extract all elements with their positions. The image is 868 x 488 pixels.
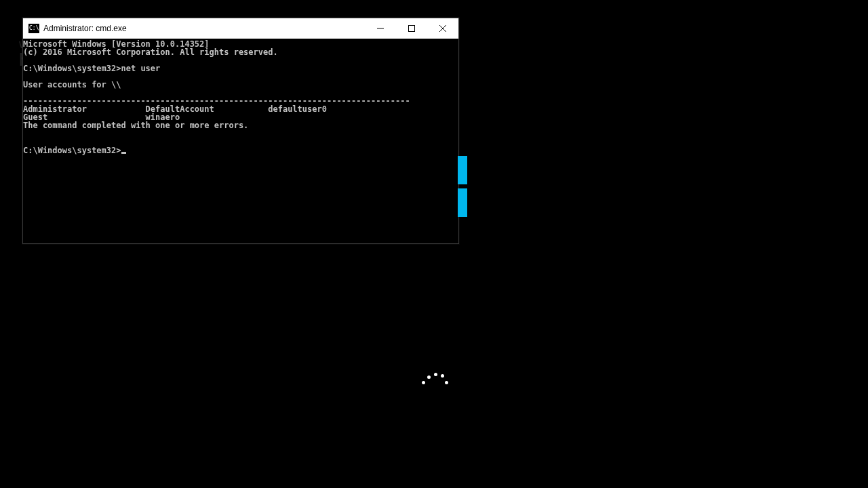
terminal-line	[23, 138, 458, 146]
close-button[interactable]	[427, 18, 458, 39]
terminal-line: C:\Windows\system32>net user	[23, 64, 458, 73]
terminal-line	[23, 129, 458, 138]
maximize-button[interactable]	[396, 18, 427, 39]
titlebar[interactable]: Administrator: cmd.exe	[23, 18, 458, 39]
cmd-icon	[28, 24, 39, 33]
loading-spinner	[420, 371, 449, 388]
spinner-dot	[427, 375, 431, 379]
terminal-output[interactable]: Microsoft Windows [Version 10.0.14352](c…	[23, 39, 458, 243]
spinner-dot	[441, 374, 444, 378]
terminal-line: The command completed with one or more e…	[23, 121, 458, 129]
minimize-button[interactable]	[365, 18, 396, 39]
spinner-dot	[445, 381, 448, 384]
minimize-icon	[377, 25, 384, 32]
maximize-icon	[408, 25, 415, 32]
svg-rect-1	[409, 26, 415, 32]
windows-logo-fragment	[458, 156, 467, 217]
terminal-line: C:\Windows\system32>	[23, 146, 458, 154]
cmd-window: Administrator: cmd.exe Microsoft Windows…	[22, 18, 459, 244]
close-icon	[439, 25, 446, 32]
terminal-line: (c) 2016 Microsoft Corporation. All righ…	[23, 48, 458, 56]
cursor	[121, 152, 126, 154]
logo-tile-bottom	[458, 188, 467, 217]
window-title: Administrator: cmd.exe	[43, 24, 365, 33]
terminal-line: User accounts for \\	[23, 81, 458, 89]
spinner-dot	[434, 373, 437, 376]
spinner-dot	[422, 381, 425, 384]
logo-tile-top	[458, 156, 467, 184]
